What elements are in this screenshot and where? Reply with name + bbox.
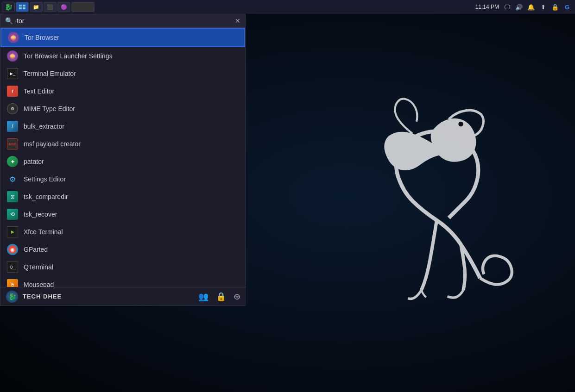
- result-label: GParted: [24, 246, 48, 253]
- taskbar-files[interactable]: 📁: [30, 2, 43, 12]
- list-item[interactable]: ✦ patator: [0, 153, 245, 170]
- result-label: Tor Browser Launcher Settings: [24, 52, 112, 60]
- list-item[interactable]: ▶_ Terminal Emulator: [0, 65, 245, 82]
- svg-rect-4: [23, 7, 25, 9]
- taskbar-workspace-1[interactable]: [16, 2, 29, 12]
- result-label: Terminal Emulator: [24, 70, 76, 77]
- svg-rect-2: [23, 5, 25, 6]
- volume-icon[interactable]: 🔊: [515, 3, 523, 11]
- taskbar-left: 🐉 📁 ⬛ 🟣: [0, 2, 95, 12]
- power-action-icon[interactable]: ⊕: [234, 292, 240, 302]
- result-label: patator: [24, 158, 44, 165]
- list-item[interactable]: Q_ QTerminal: [0, 258, 245, 276]
- taskbar-terminal[interactable]: ⬛: [44, 2, 57, 12]
- monitor-icon[interactable]: 🖵: [503, 3, 511, 11]
- result-label: tsk_comparedir: [24, 193, 68, 200]
- result-label: msf payload creator: [24, 140, 81, 148]
- kali-menu-button[interactable]: 🐉: [2, 2, 15, 12]
- result-label: MIME Type Editor: [24, 105, 75, 112]
- bottom-actions: 👥 🔒 ⊕: [198, 292, 240, 302]
- terminal-emulator-icon: ▶_: [7, 68, 18, 79]
- gparted-icon: ◉: [7, 244, 18, 255]
- qterminal-icon: Q_: [7, 261, 18, 273]
- list-item[interactable]: T Text Editor: [0, 82, 245, 100]
- tor-browser-icon: 🧅: [8, 32, 19, 43]
- result-label: bulk_extractor: [24, 123, 64, 130]
- settings-editor-icon: ⚙: [7, 174, 18, 185]
- patator-icon: ✦: [7, 156, 18, 167]
- result-label: tsk_recover: [24, 211, 57, 218]
- search-clear-button[interactable]: ✕: [235, 17, 240, 25]
- taskbar-window[interactable]: [71, 2, 95, 12]
- list-item[interactable]: ▶ Xfce Terminal: [0, 223, 245, 241]
- list-item[interactable]: ◉ GParted: [0, 241, 245, 258]
- username-label: TECH DHEE: [23, 293, 194, 300]
- xfce-terminal-icon: ▶: [7, 226, 18, 237]
- results-list: 🧅 Tor Browser 🧅 Tor Browser Launcher Set…: [0, 28, 245, 305]
- tsk-recover-icon: ⟲: [7, 209, 18, 220]
- list-item[interactable]: ⚙ Settings Editor: [0, 170, 245, 188]
- msf-payload-icon: MSF: [7, 138, 18, 149]
- svg-point-0: [458, 121, 463, 126]
- user-avatar: 🐉: [6, 291, 18, 303]
- search-input[interactable]: [17, 17, 231, 25]
- notification-icon[interactable]: 🔔: [527, 3, 535, 11]
- google-icon[interactable]: G: [563, 3, 571, 11]
- result-label: Tor Browser: [25, 34, 59, 41]
- network-icon[interactable]: ⬆: [539, 3, 547, 11]
- lock-icon[interactable]: 🔒: [551, 3, 559, 11]
- result-label: Text Editor: [24, 87, 54, 95]
- list-item[interactable]: 🧅 Tor Browser Launcher Settings: [0, 47, 245, 65]
- list-item[interactable]: / bulk_extractor: [0, 118, 245, 135]
- search-magnifier-icon: 🔍: [5, 17, 13, 25]
- list-item[interactable]: ⧖ tsk_comparedir: [0, 188, 245, 205]
- list-item[interactable]: ⟲ tsk_recover: [0, 205, 245, 223]
- search-popup: 🔍 ✕ 🧅 Tor Browser 🧅 Tor Browser Launcher…: [0, 14, 246, 306]
- result-label: Settings Editor: [24, 175, 66, 183]
- lock-action-icon[interactable]: 🔒: [216, 292, 226, 302]
- tor-launcher-icon: 🧅: [7, 50, 18, 62]
- text-editor-icon: T: [7, 86, 18, 97]
- taskbar: 🐉 📁 ⬛ 🟣 11:14 PM 🖵 🔊 🔔 ⬆ 🔒 G: [0, 0, 575, 14]
- list-item[interactable]: ⚙ MIME Type Editor: [0, 100, 245, 118]
- svg-rect-1: [19, 5, 22, 6]
- mime-type-editor-icon: ⚙: [7, 103, 18, 114]
- bottom-bar: 🐉 TECH DHEE 👥 🔒 ⊕: [0, 287, 246, 305]
- svg-rect-3: [19, 7, 22, 9]
- list-item[interactable]: MSF msf payload creator: [0, 135, 245, 153]
- bulk-extractor-icon: /: [7, 121, 18, 132]
- taskbar-extra[interactable]: 🟣: [57, 2, 70, 12]
- dragon-logo: [297, 76, 538, 317]
- search-bar: 🔍 ✕: [0, 14, 245, 28]
- result-label: QTerminal: [24, 263, 53, 271]
- taskbar-right: 11:14 PM 🖵 🔊 🔔 ⬆ 🔒 G: [475, 3, 575, 11]
- users-action-icon[interactable]: 👥: [198, 292, 209, 302]
- list-item[interactable]: 🧅 Tor Browser: [0, 28, 245, 47]
- result-label: Xfce Terminal: [24, 228, 63, 236]
- tsk-comparedir-icon: ⧖: [7, 191, 18, 202]
- clock: 11:14 PM: [475, 4, 499, 10]
